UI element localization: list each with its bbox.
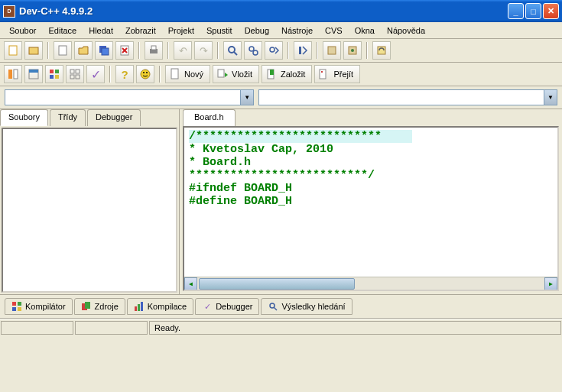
svg-rect-1 bbox=[29, 47, 38, 54]
main-area: Soubory Třídy Debugger Board.h /********… bbox=[0, 109, 562, 294]
svg-line-11 bbox=[234, 52, 237, 55]
grid-icon bbox=[11, 301, 22, 312]
menu-napoveda[interactable]: Nápověda bbox=[381, 24, 431, 37]
novy-button[interactable]: Nový bbox=[165, 65, 210, 83]
tab-debugger-bottom[interactable]: ✓Debugger bbox=[195, 298, 259, 315]
chevron-down-icon[interactable]: ▼ bbox=[544, 90, 557, 105]
close-file-button[interactable] bbox=[115, 41, 134, 60]
open-button[interactable] bbox=[74, 41, 93, 60]
left-panel: Soubory Třídy Debugger bbox=[0, 109, 180, 294]
zalozit-button[interactable]: Založit bbox=[262, 65, 312, 83]
about-button[interactable] bbox=[136, 65, 154, 83]
prejit-button[interactable]: Přejít bbox=[314, 65, 360, 83]
separator bbox=[217, 42, 219, 59]
svg-rect-39 bbox=[320, 70, 326, 79]
svg-rect-42 bbox=[18, 302, 21, 306]
menu-okna[interactable]: Okna bbox=[349, 24, 381, 37]
print-button[interactable] bbox=[145, 41, 163, 60]
scroll-left-button[interactable]: ◀ bbox=[184, 277, 197, 290]
svg-point-12 bbox=[249, 47, 254, 51]
scroll-thumb[interactable] bbox=[199, 278, 355, 290]
goto-icon bbox=[318, 68, 330, 80]
svg-point-13 bbox=[253, 50, 258, 55]
compile-button[interactable] bbox=[323, 41, 341, 60]
svg-rect-23 bbox=[29, 70, 38, 73]
rebuild-button[interactable] bbox=[372, 41, 391, 60]
find-button[interactable] bbox=[223, 41, 242, 60]
menu-spustit[interactable]: Spustit bbox=[200, 24, 239, 37]
new-project-button[interactable] bbox=[24, 41, 43, 60]
save-all-button[interactable] bbox=[95, 41, 113, 60]
horizontal-scrollbar[interactable]: ◀ ▶ bbox=[184, 277, 557, 290]
menu-debug[interactable]: Debug bbox=[239, 24, 275, 37]
menu-zobrazit[interactable]: Zobrazit bbox=[119, 24, 162, 37]
svg-rect-28 bbox=[70, 70, 74, 73]
svg-rect-41 bbox=[12, 302, 16, 306]
goto-line-button[interactable] bbox=[294, 41, 312, 60]
panel-4-button[interactable] bbox=[66, 65, 84, 83]
svg-rect-27 bbox=[55, 75, 59, 79]
menu-editace[interactable]: Editace bbox=[42, 24, 83, 37]
help-button[interactable]: ? bbox=[115, 65, 134, 83]
svg-rect-36 bbox=[218, 70, 224, 77]
maximize-button[interactable]: □ bbox=[525, 3, 541, 19]
separator bbox=[159, 66, 161, 83]
svg-rect-30 bbox=[70, 75, 74, 79]
scroll-track[interactable] bbox=[197, 277, 544, 290]
find-next-button[interactable] bbox=[265, 41, 283, 60]
separator bbox=[366, 42, 368, 59]
redo-button[interactable]: ↷ bbox=[194, 41, 213, 60]
code-line: **************************/ bbox=[189, 169, 553, 182]
combo-row: ▼ ▼ bbox=[0, 86, 562, 109]
chevron-down-icon[interactable]: ▼ bbox=[240, 90, 253, 105]
close-button[interactable]: ✕ bbox=[543, 3, 559, 19]
tab-kompilator[interactable]: Kompilátor bbox=[5, 298, 73, 315]
svg-rect-0 bbox=[9, 46, 17, 55]
toolbar-1: ↶ ↷ bbox=[0, 39, 562, 63]
svg-point-32 bbox=[141, 70, 150, 79]
panel-1-button[interactable] bbox=[4, 65, 22, 83]
chart-icon bbox=[134, 301, 145, 312]
tab-zdroje[interactable]: Zdroje bbox=[74, 298, 125, 315]
check-button[interactable]: ✓ bbox=[86, 65, 105, 83]
code-line: * Board.h bbox=[189, 156, 553, 169]
menu-soubor[interactable]: Soubor bbox=[3, 24, 42, 37]
svg-rect-16 bbox=[328, 47, 336, 54]
panel-2-button[interactable] bbox=[24, 65, 43, 83]
minimize-button[interactable]: _ bbox=[508, 3, 524, 19]
search-icon bbox=[268, 301, 278, 312]
scroll-right-button[interactable]: ▶ bbox=[544, 277, 557, 290]
panel-3-button[interactable] bbox=[45, 65, 63, 83]
left-tabs: Soubory Třídy Debugger bbox=[0, 109, 179, 126]
svg-line-51 bbox=[274, 307, 277, 310]
tab-tridy[interactable]: Třídy bbox=[50, 109, 86, 126]
svg-rect-25 bbox=[55, 70, 59, 73]
replace-button[interactable] bbox=[244, 41, 262, 60]
tab-kompilace[interactable]: Kompilace bbox=[127, 298, 193, 315]
vlozit-button[interactable]: Vložit bbox=[213, 65, 259, 83]
new-file-button[interactable] bbox=[54, 41, 72, 60]
menu-projekt[interactable]: Projekt bbox=[162, 24, 200, 37]
menu-hledat[interactable]: Hledat bbox=[83, 24, 119, 37]
svg-rect-9 bbox=[151, 46, 156, 50]
menu-nastroje[interactable]: Nástroje bbox=[275, 24, 319, 37]
new-source-button[interactable] bbox=[4, 41, 22, 60]
tab-debugger[interactable]: Debugger bbox=[87, 109, 141, 126]
run-button[interactable] bbox=[343, 41, 362, 60]
menu-cvs[interactable]: CVS bbox=[319, 24, 349, 37]
svg-point-33 bbox=[143, 72, 145, 73]
app-icon: D bbox=[3, 5, 15, 18]
tab-vysledky[interactable]: Výsledky hledání bbox=[261, 298, 352, 315]
separator bbox=[287, 42, 289, 59]
project-tree[interactable] bbox=[2, 128, 177, 293]
code-editor[interactable]: /*************************** * Kvetoslav… bbox=[183, 126, 559, 291]
member-combo[interactable]: ▼ bbox=[258, 89, 557, 105]
undo-button[interactable]: ↶ bbox=[174, 41, 192, 60]
editor-tab-board[interactable]: Board.h bbox=[183, 109, 236, 126]
editor-panel: Board.h /*************************** * K… bbox=[180, 109, 562, 294]
code-line: * Kvetoslav Cap, 2010 bbox=[189, 143, 553, 156]
tab-soubory[interactable]: Soubory bbox=[0, 109, 48, 126]
svg-rect-21 bbox=[14, 70, 18, 79]
status-cell-1 bbox=[1, 321, 73, 335]
class-combo[interactable]: ▼ bbox=[5, 89, 254, 105]
